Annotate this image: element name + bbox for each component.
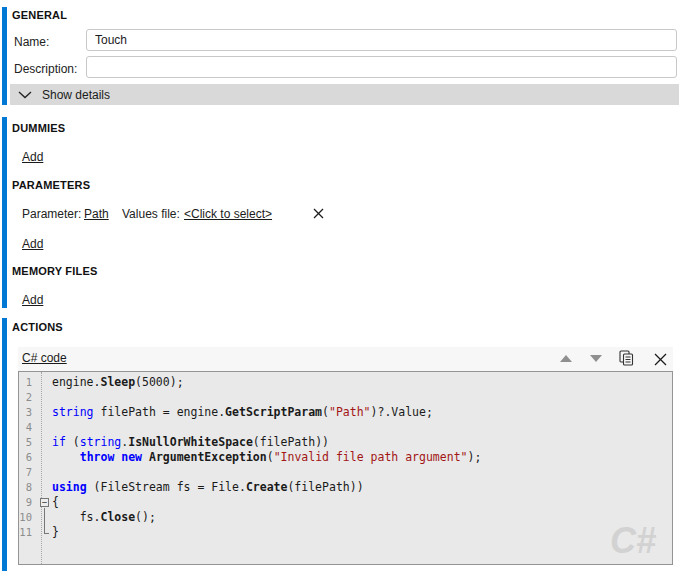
name-label: Name: xyxy=(14,35,49,49)
fold-margin xyxy=(38,390,52,405)
code-line: 7 xyxy=(19,465,672,480)
csharp-code-editor[interactable]: 1engine.Sleep(5000);23string filePath = … xyxy=(18,371,673,565)
fold-margin xyxy=(38,480,52,495)
chevron-down-icon xyxy=(18,91,32,99)
line-number: 1 xyxy=(19,375,38,390)
fold-margin xyxy=(38,420,52,435)
line-number: 9 xyxy=(19,495,38,510)
code-line: 6 throw new ArgumentException("Invalid f… xyxy=(19,450,672,465)
code-text: using (FileStream fs = File.Create(fileP… xyxy=(52,480,364,495)
delete-parameter-button[interactable] xyxy=(311,206,325,220)
parameter-value-link[interactable]: Path xyxy=(84,207,109,221)
show-details-expander[interactable]: Show details xyxy=(10,84,679,105)
line-number: 6 xyxy=(19,450,38,465)
actions-heading: ACTIONS xyxy=(12,321,63,333)
general-heading: GENERAL xyxy=(12,9,67,21)
name-input[interactable] xyxy=(86,29,677,51)
code-line: 8using (FileStream fs = File.Create(file… xyxy=(19,480,672,495)
fold-margin xyxy=(38,435,52,450)
code-line: 11} xyxy=(19,525,672,540)
values-file-select-link[interactable]: <Click to select> xyxy=(184,207,272,221)
memory-files-add-button[interactable]: Add xyxy=(22,293,43,307)
script-editor-form: GENERAL Name: Description: Show details … xyxy=(0,0,679,576)
line-number: 4 xyxy=(19,420,38,435)
copy-button[interactable] xyxy=(617,349,635,367)
dummies-heading: DUMMIES xyxy=(12,122,65,134)
general-section-accent-bar xyxy=(2,7,7,105)
parameter-label: Parameter: xyxy=(22,207,81,221)
fold-margin xyxy=(38,405,52,420)
line-number: 5 xyxy=(19,435,38,450)
code-text: fs.Close(); xyxy=(52,510,156,525)
collapse-region-icon[interactable]: − xyxy=(40,498,49,507)
line-number: 7 xyxy=(19,465,38,480)
code-line: 2 xyxy=(19,390,672,405)
code-editor-header: C# code xyxy=(18,347,673,371)
actions-section-accent-bar xyxy=(2,318,7,571)
fold-marker-start[interactable]: − xyxy=(38,495,52,510)
memory-files-heading: MEMORY FILES xyxy=(12,265,98,277)
csharp-code-link[interactable]: C# code xyxy=(22,351,67,365)
code-text: } xyxy=(52,525,59,540)
dummies-add-button[interactable]: Add xyxy=(22,150,43,164)
parameters-heading: PARAMETERS xyxy=(12,179,90,191)
fold-marker-end xyxy=(38,525,52,540)
line-number: 10 xyxy=(19,510,38,525)
fold-margin xyxy=(38,375,52,390)
csharp-watermark: C# xyxy=(610,520,656,562)
code-line: 3string filePath = engine.GetScriptParam… xyxy=(19,405,672,420)
middle-sections-accent-bar xyxy=(2,117,7,308)
code-text: engine.Sleep(5000); xyxy=(52,375,184,390)
code-line: 1engine.Sleep(5000); xyxy=(19,375,672,390)
show-details-label: Show details xyxy=(42,88,110,102)
copy-icon xyxy=(619,350,634,366)
code-text: string filePath = engine.GetScriptParam(… xyxy=(52,405,433,420)
code-line: 9−{ xyxy=(19,495,672,510)
values-file-label: Values file: xyxy=(122,207,180,221)
code-text: throw new ArgumentException("Invalid fil… xyxy=(52,450,481,465)
move-up-button[interactable] xyxy=(558,352,574,364)
move-down-icon xyxy=(590,355,602,362)
close-icon xyxy=(654,353,667,366)
line-number: 8 xyxy=(19,480,38,495)
x-icon xyxy=(313,208,324,219)
fold-marker-mid xyxy=(38,510,52,525)
code-lines: 1engine.Sleep(5000);23string filePath = … xyxy=(19,375,672,540)
line-number: 3 xyxy=(19,405,38,420)
description-label: Description: xyxy=(14,62,77,76)
fold-margin xyxy=(38,465,52,480)
line-number: 2 xyxy=(19,390,38,405)
description-input[interactable] xyxy=(86,56,677,78)
code-line: 10 fs.Close(); xyxy=(19,510,672,525)
code-text: { xyxy=(52,495,59,510)
line-number: 11 xyxy=(19,525,38,540)
fold-margin xyxy=(38,450,52,465)
code-text: if (string.IsNullOrWhiteSpace(filePath)) xyxy=(52,435,329,450)
code-line: 4 xyxy=(19,420,672,435)
move-down-button[interactable] xyxy=(588,352,604,364)
close-editor-button[interactable] xyxy=(652,352,668,366)
code-line: 5if (string.IsNullOrWhiteSpace(filePath)… xyxy=(19,435,672,450)
move-up-icon xyxy=(560,355,572,362)
parameters-add-button[interactable]: Add xyxy=(22,237,43,251)
